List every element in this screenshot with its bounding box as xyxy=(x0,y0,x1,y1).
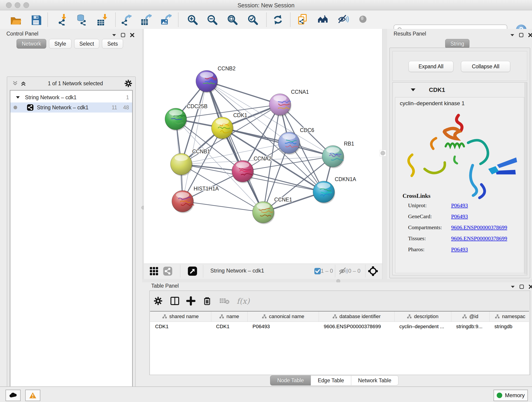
tab-network-table[interactable]: Network Table xyxy=(351,375,399,385)
save-session-button[interactable] xyxy=(27,13,45,26)
zoom-out-icon xyxy=(206,14,218,26)
column-header-shared-name[interactable]: shared name xyxy=(150,312,211,322)
node-HIST1H1A[interactable]: HIST1H1A xyxy=(172,186,219,213)
crosslink-link[interactable]: P06493 xyxy=(451,213,468,220)
import-network-from-file-button[interactable] xyxy=(53,13,71,26)
network-row-selected[interactable]: String Network – cdk1 11 48 xyxy=(10,102,132,113)
gene-expander-icon[interactable] xyxy=(411,88,416,91)
node-CCNA1[interactable]: CCNA1 xyxy=(269,89,309,116)
zoom-in-button[interactable] xyxy=(184,13,201,26)
horizontal-splitter[interactable] xyxy=(142,279,532,282)
edge-CDK1-RB1[interactable] xyxy=(222,128,333,156)
table-panel-close-icon[interactable] xyxy=(528,284,532,289)
node-label-CDC6: CDC6 xyxy=(300,127,314,133)
results-panel-close-icon[interactable] xyxy=(528,32,532,38)
refresh-button[interactable] xyxy=(269,13,287,26)
column-header-namespac[interactable]: namespac xyxy=(489,312,529,322)
import-network-from-database-button[interactable] xyxy=(72,13,90,26)
export-table-button[interactable] xyxy=(137,13,155,26)
show-columns-icon[interactable] xyxy=(170,296,179,306)
grid-view-icon[interactable] xyxy=(148,266,159,277)
table-row[interactable]: CDK1CDK1P064939606.ENSP00000378699cyclin… xyxy=(150,322,529,332)
delete-table-icon xyxy=(219,297,230,305)
clone-network-button[interactable] xyxy=(294,13,312,26)
birds-eye-crosshair-icon[interactable] xyxy=(367,266,379,277)
column-header-@id[interactable]: @id xyxy=(451,312,489,322)
hide-selected-button[interactable] xyxy=(335,13,352,26)
network-collection-row[interactable]: String Network – cdk1 1 xyxy=(10,92,132,102)
import-network-icon xyxy=(56,14,68,26)
edge-CCNB2-CCNE1[interactable] xyxy=(207,81,263,212)
open-session-button[interactable] xyxy=(7,13,24,26)
network-canvas[interactable]: CCNB2CCNA1CDC25BCDK1CDC6RB1CCNB1CCNA2CDK… xyxy=(144,29,382,264)
edge-CCNB2-HIST1H1A[interactable] xyxy=(183,81,207,201)
crosslink-link[interactable]: 9606.ENSP00000378699 xyxy=(451,224,507,230)
expand-all-chevron-icon[interactable] xyxy=(20,80,26,86)
crosslink-label: GeneCard: xyxy=(408,213,432,220)
tab-sets[interactable]: Sets xyxy=(102,39,123,49)
crosslink-link[interactable]: P06493 xyxy=(451,202,468,209)
tab-node-table[interactable]: Node Table xyxy=(270,375,311,385)
memory-button[interactable]: Memory xyxy=(494,390,528,401)
tab-edge-table[interactable]: Edge Table xyxy=(311,375,351,385)
control-panel-float-icon[interactable] xyxy=(120,32,126,38)
export-image-button[interactable] xyxy=(157,13,175,26)
zoom-out-button[interactable] xyxy=(203,13,221,26)
column-header-canonical-name[interactable]: canonical name xyxy=(247,312,319,322)
eye-slash-icon xyxy=(338,14,349,26)
create-column-plus-icon[interactable] xyxy=(186,296,196,306)
tab-style[interactable]: Style xyxy=(49,39,71,49)
node-label-CCNA2: CCNA2 xyxy=(254,156,272,162)
first-neighbors-button[interactable] xyxy=(315,13,332,26)
toolbar-separator xyxy=(178,13,178,27)
collection-label: String Network – cdk1 xyxy=(25,95,76,101)
control-panel-close-icon[interactable] xyxy=(130,32,135,38)
tab-string[interactable]: String xyxy=(445,39,469,49)
crosslink-link[interactable]: 9606.ENSP00000378699 xyxy=(451,235,507,242)
delete-column-trash-icon[interactable] xyxy=(203,296,211,306)
expand-all-button[interactable]: Expand All xyxy=(409,61,453,72)
right-splitter-handle[interactable] xyxy=(380,150,386,156)
crosslink-label: Compartments: xyxy=(408,224,442,230)
table-cell: CDK1 xyxy=(150,322,211,332)
share-view-icon[interactable] xyxy=(162,266,173,277)
control-panel-menu-icon[interactable] xyxy=(112,34,116,36)
node-RB1[interactable]: RB1 xyxy=(322,141,354,168)
show-hidden-button[interactable] xyxy=(355,13,372,26)
table-options-gear-icon[interactable] xyxy=(154,297,162,305)
node-CDK1[interactable]: CDK1 xyxy=(211,112,247,140)
cloud-button[interactable] xyxy=(6,390,21,401)
results-scrollbar[interactable] xyxy=(525,83,527,274)
edge-CCNE1-HIST1H1A[interactable] xyxy=(183,201,263,212)
hidden-eye-slash-icon[interactable] xyxy=(338,266,349,277)
main-toolbar: ? xyxy=(0,10,532,29)
table-panel-float-icon[interactable] xyxy=(519,284,524,289)
collapse-all-chevron-icon[interactable] xyxy=(12,80,18,86)
zoom-selected-button[interactable] xyxy=(244,13,261,26)
control-panel: Control Panel NetworkStyleSelectSets 1 o… xyxy=(0,29,142,386)
gene-section-header[interactable]: CDK1 xyxy=(393,83,527,97)
import-table-from-file-button[interactable] xyxy=(94,13,111,26)
collection-expander-icon[interactable] xyxy=(16,96,20,99)
network-options-gear-icon[interactable] xyxy=(124,80,132,87)
network-selection-status: 1 of 1 Network selected xyxy=(26,80,124,87)
results-panel-float-icon[interactable] xyxy=(519,32,524,38)
hierarchy-icon xyxy=(333,314,337,319)
node-CDKN1A[interactable]: CDKN1A xyxy=(313,176,356,204)
column-header-description[interactable]: description xyxy=(394,312,451,322)
zoom-fit-icon xyxy=(227,14,238,26)
open-in-window-icon[interactable] xyxy=(187,266,198,277)
collapse-all-button[interactable]: Collapse All xyxy=(461,61,510,72)
tab-network[interactable]: Network xyxy=(17,39,46,49)
export-network-button[interactable] xyxy=(117,13,135,26)
table-panel-menu-icon[interactable] xyxy=(510,285,515,288)
column-header-name[interactable]: name xyxy=(211,312,247,322)
tab-select[interactable]: Select xyxy=(74,39,99,49)
column-header-database-identifier[interactable]: database identifier xyxy=(319,312,394,322)
left-splitter[interactable] xyxy=(142,29,144,279)
warning-button[interactable] xyxy=(25,390,40,401)
zoom-selected-icon xyxy=(247,14,259,26)
crosslink-link[interactable]: P06493 xyxy=(451,246,468,253)
fit-content-button[interactable] xyxy=(224,13,241,26)
results-panel-menu-icon[interactable] xyxy=(510,34,515,36)
